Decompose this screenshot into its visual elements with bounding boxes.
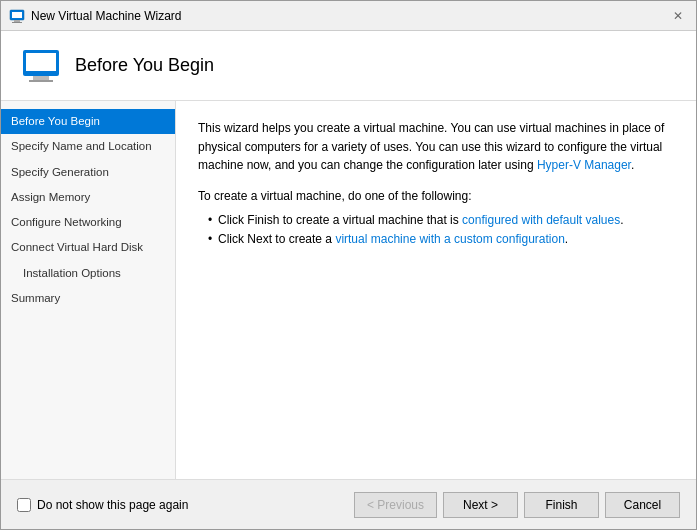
svg-rect-1 xyxy=(12,12,22,18)
bullet1-text-before: Click Finish to create a virtual machine… xyxy=(218,213,462,227)
bullet-item-finish: Click Finish to create a virtual machine… xyxy=(208,211,674,230)
header-vm-icon xyxy=(21,46,61,86)
finish-button[interactable]: Finish xyxy=(524,492,599,518)
sidebar-item-7[interactable]: Summary xyxy=(1,286,175,311)
do-not-show-label[interactable]: Do not show this page again xyxy=(37,498,188,512)
do-not-show-checkbox[interactable] xyxy=(17,498,31,512)
svg-rect-6 xyxy=(33,76,49,80)
wizard-window: New Virtual Machine Wizard ✕ Before You … xyxy=(0,0,697,530)
bullet2-text-before: Click Next to create a xyxy=(218,232,335,246)
bullet2-text-after: . xyxy=(565,232,568,246)
bullet-list: Click Finish to create a virtual machine… xyxy=(198,211,674,249)
wizard-footer: Do not show this page again < Previous N… xyxy=(1,479,696,529)
intro-paragraph: This wizard helps you create a virtual m… xyxy=(198,119,674,175)
sidebar-item-6[interactable]: Installation Options xyxy=(1,261,175,286)
wizard-header: Before You Begin xyxy=(1,31,696,101)
bullet-item-next: Click Next to create a virtual machine w… xyxy=(208,230,674,249)
svg-rect-3 xyxy=(12,22,22,23)
svg-rect-2 xyxy=(14,20,20,22)
content-area: Before You BeginSpecify Name and Locatio… xyxy=(1,101,696,479)
window-title: New Virtual Machine Wizard xyxy=(31,9,182,23)
sidebar-item-1[interactable]: Specify Name and Location xyxy=(1,134,175,159)
bullet1-link[interactable]: configured with default values xyxy=(462,213,620,227)
title-bar: New Virtual Machine Wizard ✕ xyxy=(1,1,696,31)
bullet2-link[interactable]: virtual machine with a custom configurat… xyxy=(335,232,564,246)
sidebar-item-3[interactable]: Assign Memory xyxy=(1,185,175,210)
sidebar-item-4[interactable]: Configure Networking xyxy=(1,210,175,235)
bullet1-text-after: . xyxy=(620,213,623,227)
subheading: To create a virtual machine, do one of t… xyxy=(198,189,674,203)
next-button[interactable]: Next > xyxy=(443,492,518,518)
title-bar-left: New Virtual Machine Wizard xyxy=(9,8,182,24)
wizard-buttons: < Previous Next > Finish Cancel xyxy=(354,492,680,518)
intro-text-part2: . xyxy=(631,158,634,172)
hyper-v-manager-link[interactable]: Hyper-V Manager xyxy=(537,158,631,172)
close-button[interactable]: ✕ xyxy=(668,6,688,26)
do-not-show-area: Do not show this page again xyxy=(17,498,188,512)
svg-rect-7 xyxy=(29,80,53,82)
window-icon xyxy=(9,8,25,24)
main-content: This wizard helps you create a virtual m… xyxy=(176,101,696,479)
sidebar: Before You BeginSpecify Name and Locatio… xyxy=(1,101,176,479)
cancel-button[interactable]: Cancel xyxy=(605,492,680,518)
svg-rect-5 xyxy=(26,53,56,71)
sidebar-item-5[interactable]: Connect Virtual Hard Disk xyxy=(1,235,175,260)
previous-button[interactable]: < Previous xyxy=(354,492,437,518)
wizard-header-title: Before You Begin xyxy=(75,55,214,76)
sidebar-item-2[interactable]: Specify Generation xyxy=(1,160,175,185)
sidebar-item-0[interactable]: Before You Begin xyxy=(1,109,175,134)
